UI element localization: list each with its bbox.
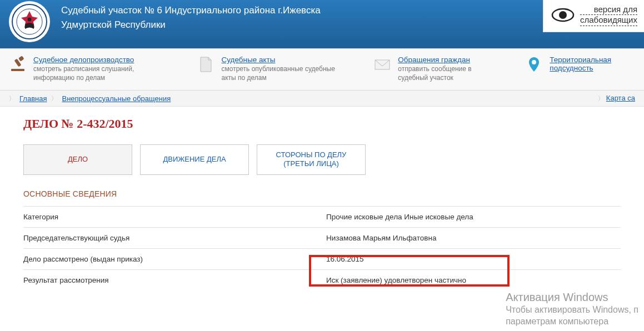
section-title-main: ОСНОВНЫЕ СВЕДЕНИЯ [23, 189, 621, 198]
watermark-line2: Чтобы активировать Windows, п [506, 304, 638, 307]
svg-rect-4 [11, 69, 24, 71]
breadcrumb-appeals[interactable]: Внепроцессуальные обращения [62, 94, 171, 103]
tab-movement[interactable]: ДВИЖЕНИЕ ДЕЛА [140, 144, 249, 175]
accessibility-label-2: слабовидящих [580, 15, 637, 26]
envelope-icon [373, 56, 391, 73]
nav-item-appeals[interactable]: Обращения граждан отправить сообщение в … [373, 56, 503, 82]
chevron-right-icon: 〉 [9, 94, 15, 103]
nav-link-proceedings[interactable]: Судебное делопроизводство [33, 56, 174, 64]
site-title-line1: Судебный участок № 6 Индустриального рай… [61, 3, 321, 18]
svg-rect-7 [375, 60, 390, 69]
map-pin-icon [525, 56, 543, 73]
chevron-right-icon: 〉 [51, 94, 57, 103]
row-label-category: Категория [23, 206, 326, 227]
row-value-result: Иск (заявление) удовлетворен частично [326, 269, 621, 290]
table-row: Дело рассмотрено (выдан приказ) 16.06.20… [23, 248, 621, 269]
svg-point-3 [559, 11, 567, 19]
accessibility-label-1: версия для [580, 4, 637, 15]
nav-link-appeals[interactable]: Обращения граждан [398, 56, 503, 64]
accessibility-toggle[interactable]: версия для слабовидящих [543, 0, 644, 32]
breadcrumb-home[interactable]: Главная [19, 94, 47, 103]
tab-case[interactable]: ДЕЛО [23, 144, 132, 175]
breadcrumbs: 〉 Главная 〉 Внепроцессуальные обращения … [0, 91, 644, 107]
eye-icon [551, 8, 575, 22]
nav-link-jurisdiction[interactable]: Территориальная подсудность [550, 56, 635, 72]
case-info-table: Категория Прочие исковые дела Иные исков… [23, 206, 621, 290]
main-content: ДЕЛО № 2-432/2015 ДЕЛО ДВИЖЕНИЕ ДЕЛА СТО… [0, 107, 644, 307]
row-value-judge: Низамова Марьям Ильфатовна [326, 227, 621, 248]
nav-desc-proceedings: смотреть расписания слушаний, информацию… [33, 65, 174, 82]
watermark-line1: Активация Windows [506, 290, 638, 304]
tab-parties[interactable]: СТОРОНЫ ПО ДЕЛУ (ТРЕТЬИ ЛИЦА) [257, 144, 366, 175]
case-tabs: ДЕЛО ДВИЖЕНИЕ ДЕЛА СТОРОНЫ ПО ДЕЛУ (ТРЕТ… [23, 144, 621, 175]
table-row: Категория Прочие исковые дела Иные исков… [23, 206, 621, 227]
row-value-date: 16.06.2015 [326, 248, 621, 269]
chevron-right-icon: 〉 [598, 95, 604, 102]
row-label-judge: Председательствующий судья [23, 227, 326, 248]
nav-link-acts[interactable]: Судебные акты [221, 56, 351, 64]
svg-point-1 [28, 18, 32, 22]
nav-item-jurisdiction[interactable]: Территориальная подсудность [525, 56, 635, 82]
site-title-line2: Удмуртской Республики [61, 18, 321, 32]
nav-item-proceedings[interactable]: Судебное делопроизводство смотреть распи… [9, 56, 174, 82]
svg-point-8 [532, 60, 536, 64]
nav-desc-acts: смотреть опубликованные судебные акты по… [221, 65, 351, 82]
case-title: ДЕЛО № 2-432/2015 [23, 117, 621, 131]
windows-activation-watermark: Активация Windows Чтобы активировать Win… [506, 290, 638, 307]
nav-desc-appeals: отправить сообщение в судебный участок [398, 65, 503, 82]
row-value-category: Прочие исковые дела Иные исковые дела [326, 206, 621, 227]
nav-item-acts[interactable]: Судебные акты смотреть опубликованные су… [197, 56, 351, 82]
table-row: Председательствующий судья Низамова Марь… [23, 227, 621, 248]
gavel-icon [9, 56, 27, 73]
row-label-date: Дело рассмотрено (выдан приказ) [23, 248, 326, 269]
site-title: Судебный участок № 6 Индустриального рай… [61, 0, 321, 32]
site-header: Судебный участок № 6 Индустриального рай… [0, 0, 644, 48]
document-icon [197, 56, 214, 73]
table-row: Результат рассмотрения Иск (заявление) у… [23, 269, 621, 290]
breadcrumb-sitemap[interactable]: Карта са [606, 94, 635, 102]
svg-rect-6 [18, 56, 24, 61]
main-navbar: Судебное делопроизводство смотреть распи… [0, 48, 644, 91]
site-logo [9, 1, 50, 42]
row-label-result: Результат рассмотрения [23, 269, 326, 290]
